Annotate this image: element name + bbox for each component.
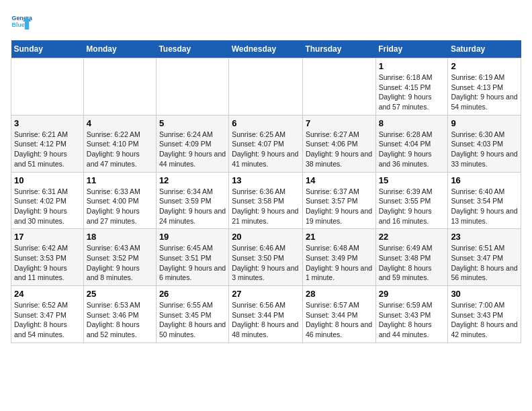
day-info: Sunrise: 6:55 AM Sunset: 3:45 PM Dayligh… [159,300,226,340]
day-number: 13 [232,175,300,185]
calendar-cell [229,58,303,116]
column-header-sunday: Sunday [11,40,84,58]
calendar-cell: 26Sunrise: 6:55 AM Sunset: 3:45 PM Dayli… [156,286,228,343]
day-number: 27 [232,289,300,299]
calendar-cell: 14Sunrise: 6:37 AM Sunset: 3:57 PM Dayli… [302,172,375,229]
day-number: 14 [306,175,373,185]
day-number: 19 [159,232,226,242]
day-info: Sunrise: 6:30 AM Sunset: 4:03 PM Dayligh… [451,130,518,169]
logo: General Blue [11,11,35,32]
day-info: Sunrise: 6:46 AM Sunset: 3:50 PM Dayligh… [232,243,300,283]
day-number: 5 [159,118,226,128]
calendar-cell: 6Sunrise: 6:25 AM Sunset: 4:07 PM Daylig… [229,115,303,172]
day-info: Sunrise: 6:18 AM Sunset: 4:15 PM Dayligh… [379,73,445,112]
calendar-cell: 12Sunrise: 6:34 AM Sunset: 3:59 PM Dayli… [156,172,228,229]
day-info: Sunrise: 6:39 AM Sunset: 3:55 PM Dayligh… [379,187,445,226]
calendar-cell: 11Sunrise: 6:33 AM Sunset: 4:00 PM Dayli… [83,172,156,229]
day-number: 10 [14,175,81,185]
day-number: 1 [379,61,445,71]
calendar-cell: 29Sunrise: 6:59 AM Sunset: 3:43 PM Dayli… [375,286,448,343]
day-info: Sunrise: 6:25 AM Sunset: 4:07 PM Dayligh… [232,130,300,169]
column-header-wednesday: Wednesday [229,40,303,58]
day-info: Sunrise: 6:27 AM Sunset: 4:06 PM Dayligh… [306,130,373,169]
day-info: Sunrise: 6:31 AM Sunset: 4:02 PM Dayligh… [14,187,81,226]
calendar-cell: 21Sunrise: 6:48 AM Sunset: 3:49 PM Dayli… [302,229,375,286]
column-header-tuesday: Tuesday [156,40,228,58]
day-info: Sunrise: 6:52 AM Sunset: 3:47 PM Dayligh… [14,300,81,340]
day-info: Sunrise: 6:48 AM Sunset: 3:49 PM Dayligh… [306,243,373,283]
day-number: 26 [159,289,226,299]
svg-text:Blue: Blue [12,21,25,28]
day-number: 18 [87,232,153,242]
day-info: Sunrise: 6:57 AM Sunset: 3:44 PM Dayligh… [306,300,373,340]
day-number: 24 [14,289,81,299]
column-header-monday: Monday [83,40,156,58]
calendar-cell: 20Sunrise: 6:46 AM Sunset: 3:50 PM Dayli… [229,229,303,286]
day-number: 30 [451,289,518,299]
calendar-cell: 13Sunrise: 6:36 AM Sunset: 3:58 PM Dayli… [229,172,303,229]
calendar-header-row: SundayMondayTuesdayWednesdayThursdayFrid… [11,40,521,58]
calendar-week-5: 24Sunrise: 6:52 AM Sunset: 3:47 PM Dayli… [11,286,521,343]
logo-icon: General Blue [11,11,32,32]
column-header-thursday: Thursday [302,40,375,58]
calendar-cell: 2Sunrise: 6:19 AM Sunset: 4:13 PM Daylig… [448,58,521,116]
calendar-week-2: 3Sunrise: 6:21 AM Sunset: 4:12 PM Daylig… [11,115,521,172]
calendar-cell: 24Sunrise: 6:52 AM Sunset: 3:47 PM Dayli… [11,286,84,343]
calendar-cell: 23Sunrise: 6:51 AM Sunset: 3:47 PM Dayli… [448,229,521,286]
day-number: 3 [14,118,81,128]
calendar-cell [156,58,228,116]
calendar-cell: 15Sunrise: 6:39 AM Sunset: 3:55 PM Dayli… [375,172,448,229]
day-info: Sunrise: 7:00 AM Sunset: 3:43 PM Dayligh… [451,300,518,340]
day-number: 29 [379,289,445,299]
day-number: 9 [451,118,518,128]
day-number: 28 [306,289,373,299]
calendar-cell: 27Sunrise: 6:56 AM Sunset: 3:44 PM Dayli… [229,286,303,343]
column-header-friday: Friday [375,40,448,58]
day-info: Sunrise: 6:56 AM Sunset: 3:44 PM Dayligh… [232,300,300,340]
day-number: 4 [87,118,153,128]
day-info: Sunrise: 6:42 AM Sunset: 3:53 PM Dayligh… [14,243,81,283]
day-info: Sunrise: 6:37 AM Sunset: 3:57 PM Dayligh… [306,187,373,226]
day-number: 20 [232,232,300,242]
day-info: Sunrise: 6:51 AM Sunset: 3:47 PM Dayligh… [451,243,518,283]
day-info: Sunrise: 6:34 AM Sunset: 3:59 PM Dayligh… [159,187,226,226]
day-number: 22 [379,232,445,242]
calendar-cell: 10Sunrise: 6:31 AM Sunset: 4:02 PM Dayli… [11,172,84,229]
day-number: 17 [14,232,81,242]
calendar-cell: 18Sunrise: 6:43 AM Sunset: 3:52 PM Dayli… [83,229,156,286]
day-number: 21 [306,232,373,242]
calendar-cell: 16Sunrise: 6:40 AM Sunset: 3:54 PM Dayli… [448,172,521,229]
calendar-cell: 9Sunrise: 6:30 AM Sunset: 4:03 PM Daylig… [448,115,521,172]
day-info: Sunrise: 6:33 AM Sunset: 4:00 PM Dayligh… [87,187,153,226]
calendar-table: SundayMondayTuesdayWednesdayThursdayFrid… [11,40,521,343]
day-number: 2 [451,61,518,71]
day-number: 16 [451,175,518,185]
day-number: 25 [87,289,153,299]
day-info: Sunrise: 6:22 AM Sunset: 4:10 PM Dayligh… [87,130,153,169]
day-number: 23 [451,232,518,242]
calendar-week-3: 10Sunrise: 6:31 AM Sunset: 4:02 PM Dayli… [11,172,521,229]
day-info: Sunrise: 6:49 AM Sunset: 3:48 PM Dayligh… [379,243,445,283]
day-number: 6 [232,118,300,128]
calendar-cell: 30Sunrise: 7:00 AM Sunset: 3:43 PM Dayli… [448,286,521,343]
calendar-cell: 5Sunrise: 6:24 AM Sunset: 4:09 PM Daylig… [156,115,228,172]
day-info: Sunrise: 6:21 AM Sunset: 4:12 PM Dayligh… [14,130,81,169]
calendar-cell: 28Sunrise: 6:57 AM Sunset: 3:44 PM Dayli… [302,286,375,343]
calendar-cell: 19Sunrise: 6:45 AM Sunset: 3:51 PM Dayli… [156,229,228,286]
day-info: Sunrise: 6:40 AM Sunset: 3:54 PM Dayligh… [451,187,518,226]
day-number: 7 [306,118,373,128]
calendar-cell: 17Sunrise: 6:42 AM Sunset: 3:53 PM Dayli… [11,229,84,286]
calendar-cell [83,58,156,116]
calendar-week-4: 17Sunrise: 6:42 AM Sunset: 3:53 PM Dayli… [11,229,521,286]
calendar-cell: 7Sunrise: 6:27 AM Sunset: 4:06 PM Daylig… [302,115,375,172]
day-info: Sunrise: 6:59 AM Sunset: 3:43 PM Dayligh… [379,300,445,340]
day-number: 12 [159,175,226,185]
day-info: Sunrise: 6:43 AM Sunset: 3:52 PM Dayligh… [87,243,153,283]
day-info: Sunrise: 6:45 AM Sunset: 3:51 PM Dayligh… [159,243,226,283]
calendar-cell: 8Sunrise: 6:28 AM Sunset: 4:04 PM Daylig… [375,115,448,172]
day-info: Sunrise: 6:28 AM Sunset: 4:04 PM Dayligh… [379,130,445,169]
day-number: 8 [379,118,445,128]
calendar-cell: 25Sunrise: 6:53 AM Sunset: 3:46 PM Dayli… [83,286,156,343]
calendar-cell: 4Sunrise: 6:22 AM Sunset: 4:10 PM Daylig… [83,115,156,172]
calendar-cell: 3Sunrise: 6:21 AM Sunset: 4:12 PM Daylig… [11,115,84,172]
